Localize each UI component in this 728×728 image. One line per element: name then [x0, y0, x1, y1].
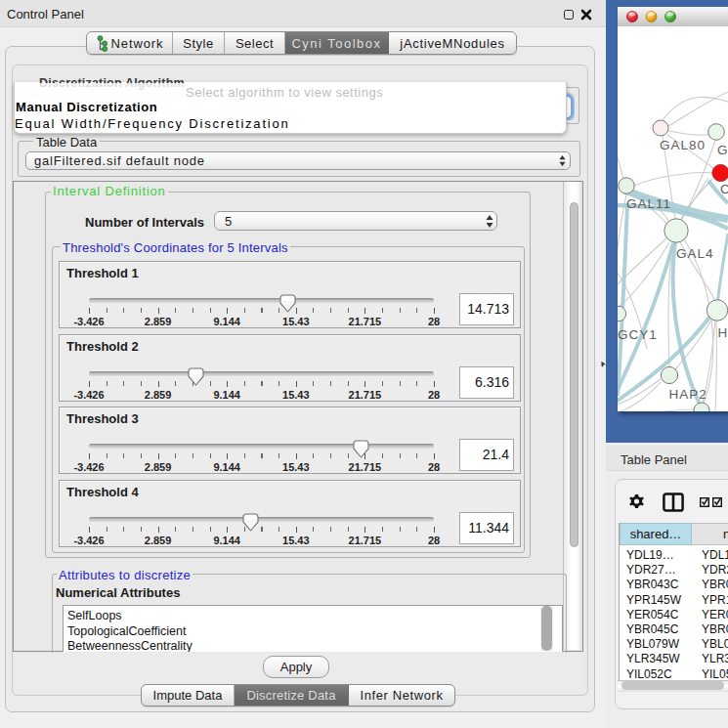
svg-text:GAL4: GAL4: [676, 246, 714, 261]
svg-text:GAL: GAL: [717, 143, 728, 157]
svg-text:GAL11: GAL11: [626, 196, 671, 211]
svg-text:H: H: [718, 325, 728, 340]
svg-text:HAP2: HAP2: [669, 387, 707, 402]
svg-text:GCY1: GCY1: [618, 327, 658, 342]
svg-text:GAL80: GAL80: [660, 138, 706, 152]
svg-text:C: C: [720, 182, 728, 196]
